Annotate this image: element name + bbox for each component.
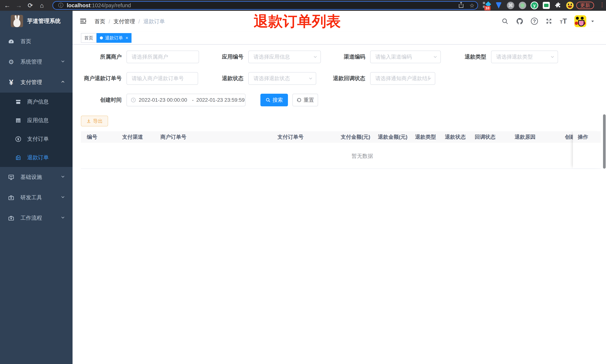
collapse-sidebar-icon[interactable] [79, 17, 87, 26]
briefcase-icon [7, 195, 15, 201]
search-button[interactable]: 搜索 [260, 94, 288, 106]
document-icon [14, 155, 22, 161]
column-header: 商户订单号 [156, 133, 273, 141]
chevron-down-icon [60, 215, 66, 221]
breadcrumb-current: 退款订单 [143, 18, 165, 25]
breadcrumb-home[interactable]: 首页 [94, 18, 105, 25]
chevron-up-icon [60, 79, 66, 86]
sidebar-item-devtools[interactable]: 研发工具 [0, 187, 73, 208]
sidebar-item-pay-order[interactable]: 支付订单 [0, 130, 73, 148]
column-header: 支付订单号 [273, 133, 337, 141]
column-header: 回调状态 [471, 133, 511, 141]
tab-refund-order[interactable]: 退款订单 × [96, 33, 132, 43]
sidebar-item-infra[interactable]: 基础设施 [0, 167, 73, 187]
filter-create-time: 创建时间 2022-01-23 00:00:00 - 2022-01-23 23… [80, 94, 246, 106]
sidebar-item-label: 首页 [20, 38, 31, 45]
help-icon[interactable]: ? [531, 18, 538, 25]
browser-menu-icon[interactable]: ⋮ [599, 1, 605, 8]
placeholder-text: 请选择应用信息 [253, 53, 313, 60]
app-logo-row[interactable]: 芋道管理系统 [0, 11, 73, 31]
browser-reload-icon[interactable]: ⟳ [25, 2, 36, 9]
app-logo [11, 15, 23, 27]
refund-callback-select[interactable]: 请选择通知商户退款结果 [370, 72, 435, 85]
refund-status-select[interactable]: 请选择退款状态 [248, 72, 316, 85]
grid-icon [14, 117, 22, 123]
chevron-down-icon [427, 76, 432, 81]
fullscreen-icon[interactable] [545, 18, 553, 25]
extensions-row: 10 ⌘ y [483, 0, 574, 11]
caret-down-icon[interactable] [590, 19, 595, 23]
filter-label: 渠道编码 [324, 53, 370, 61]
tags-view-bar: 首页 退款订单 × [73, 32, 606, 45]
address-bar[interactable]: ⓘ localhost:1024/pay/refund ☆ [53, 1, 478, 10]
scrollbar-thumb[interactable] [603, 114, 606, 169]
sidebar-item-label: 基础设施 [20, 173, 42, 181]
user-avatar[interactable] [574, 15, 586, 27]
bookmark-star-icon[interactable]: ☆ [470, 2, 474, 9]
extension-y-icon[interactable]: y [530, 1, 538, 9]
dashboard-icon [7, 38, 15, 45]
placeholder-text: 请输入商户退款订单号 [132, 75, 198, 82]
sidebar-item-refund-order[interactable]: 退款订单 [0, 148, 73, 167]
tab-home[interactable]: 首页 [81, 33, 96, 43]
filter-app-id: 应用编号 请选择应用信息 [202, 51, 321, 63]
github-icon[interactable] [516, 17, 523, 25]
channel-code-select[interactable]: 请输入渠道编码 [370, 51, 441, 63]
extension-gem-icon[interactable] [495, 1, 502, 9]
gear-icon: ⚙ [7, 58, 15, 66]
refund-type-select[interactable]: 请选择退款类型 [491, 51, 558, 63]
browser-update-button[interactable]: 更新 [576, 2, 594, 9]
extension-diamond-icon[interactable]: 10 [483, 1, 491, 9]
extensions-puzzle-icon[interactable] [554, 1, 562, 9]
sidebar-item-pay[interactable]: ¥ 支付管理 [0, 72, 73, 92]
browser-back-icon[interactable]: ← [1, 2, 13, 9]
merchant-input[interactable]: 请选择所属商户 [127, 51, 199, 63]
placeholder-text: 请选择通知商户退款结果 [375, 75, 430, 82]
placeholder-text: 请选择退款状态 [253, 75, 308, 82]
column-header: 支付渠道 [118, 133, 156, 141]
extension-command-icon[interactable]: ⌘ [507, 1, 514, 9]
briefcase-icon [7, 215, 15, 221]
extension-badge: 10 [484, 6, 490, 10]
close-icon[interactable]: × [126, 35, 128, 40]
sidebar-item-label: 研发工具 [20, 194, 42, 201]
placeholder-text: 请输入渠道编码 [375, 53, 433, 60]
empty-text: 暂无数据 [352, 152, 373, 160]
refund-table: 编号 支付渠道 商户订单号 支付订单号 支付金额(元) 退款金额(元) 退款类型… [81, 131, 601, 169]
search-icon[interactable] [501, 18, 509, 25]
app-header: 首页 / 支付管理 / 退款订单 退款订单列表 ? TT [73, 11, 606, 32]
reset-button[interactable]: 重置 [292, 94, 318, 106]
share-icon[interactable] [458, 2, 464, 9]
extension-chat-icon[interactable] [542, 1, 550, 9]
breadcrumb-pay[interactable]: 支付管理 [113, 18, 135, 25]
column-header: 编号 [81, 133, 118, 141]
filter-refund-callback-status: 退款回调状态 请选择通知商户退款结果 [318, 72, 435, 85]
extension-emoji-icon[interactable] [566, 2, 574, 9]
chevron-down-icon [550, 54, 555, 60]
table-body: 暂无数据 [81, 143, 601, 169]
filter-refund-status: 退款状态 请选择退款状态 [202, 72, 316, 85]
filter-merchant-refund-no: 商户退款订单号 请输入商户退款订单号 [76, 72, 198, 85]
extension-dot-icon[interactable] [519, 1, 527, 9]
fixed-action-column: 操作 [573, 131, 601, 169]
merchant-refund-no-input[interactable]: 请输入商户退款订单号 [127, 72, 198, 85]
site-info-icon[interactable]: ⓘ [58, 2, 64, 9]
placeholder-text: 请选择所属商户 [132, 53, 199, 60]
filter-channel-code: 渠道编码 请输入渠道编码 [324, 51, 441, 63]
sidebar-item-app-info[interactable]: 应用信息 [0, 111, 73, 130]
date-range-picker[interactable]: 2022-01-23 00:00:00 - 2022-01-23 23:59:5… [127, 94, 246, 106]
font-size-icon[interactable]: TT [560, 18, 567, 24]
browser-home-icon[interactable]: ⌂ [36, 2, 48, 9]
sidebar-item-label: 支付订单 [27, 135, 49, 143]
export-button-label: 导出 [93, 118, 103, 124]
browser-forward-icon[interactable]: → [13, 2, 25, 9]
sidebar-item-home[interactable]: 首页 [0, 31, 73, 52]
export-button[interactable]: 导出 [81, 116, 108, 126]
browser-toolbar: ← → ⟳ ⌂ ⓘ localhost:1024/pay/refund ☆ 10… [0, 0, 606, 11]
sidebar-item-workflow[interactable]: 工作流程 [0, 208, 73, 228]
header-actions: ? TT [501, 11, 595, 32]
app-id-select[interactable]: 请选择应用信息 [248, 51, 321, 63]
sidebar-item-system[interactable]: ⚙ 系统管理 [0, 52, 73, 72]
column-header: 操作 [573, 131, 601, 143]
sidebar-item-merchant-info[interactable]: 商户信息 [0, 92, 73, 111]
